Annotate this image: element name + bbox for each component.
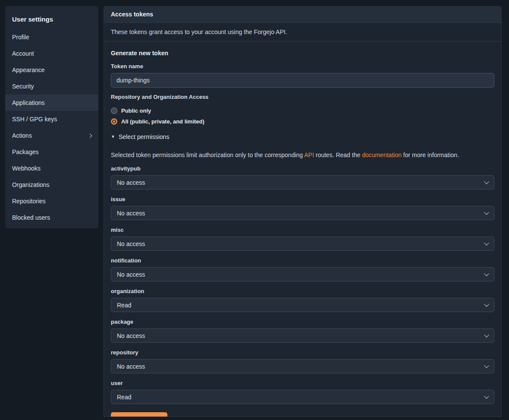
chevron-down-icon [484,394,489,398]
permission-select-repository[interactable]: No access [111,359,494,373]
user-settings-sidebar: User settings Profile Account Appearance… [5,6,98,228]
chevron-down-icon [484,179,489,184]
permission-select-misc[interactable]: No access [111,237,494,251]
sidebar-item-account[interactable]: Account [5,45,98,62]
permission-label: activitypub [111,165,494,172]
radio-all-access[interactable]: All (public, private, and limited) [111,116,494,126]
sidebar-item-actions[interactable]: Actions [5,127,98,144]
token-name-label: Token name [111,63,494,70]
select-permissions-label: Select permissions [119,133,170,140]
sidebar-item-blocked-users[interactable]: Blocked users [5,209,98,226]
sidebar-item-ssh-gpg-keys[interactable]: SSH / GPG keys [5,111,98,127]
sidebar-item-label: Profile [12,34,29,41]
access-tokens-panel: Access tokens These tokens grant access … [104,6,502,417]
selected-option: No access [117,271,145,278]
chevron-down-icon [484,210,489,215]
sidebar-item-label: Security [12,83,34,90]
permission-field-activitypub: activitypub No access [111,165,494,189]
permission-field-package: package No access [111,319,494,343]
repo-org-access-group: Repository and Organization Access Publi… [111,94,494,126]
sidebar-item-label: Repositories [12,198,46,205]
chevron-down-icon [484,271,489,276]
permission-label: user [111,380,494,387]
permission-label: organization [111,288,494,295]
sidebar-item-label: Blocked users [12,214,50,221]
panel-header-title: Access tokens [104,6,501,23]
sidebar-item-label: Webhooks [12,165,41,172]
permission-field-issue: issue No access [111,196,494,220]
sidebar-item-label: Applications [12,99,45,106]
documentation-link[interactable]: documentation [362,152,402,158]
permission-label: repository [111,349,494,356]
selected-option: Read [117,302,131,309]
sidebar-item-label: Organizations [12,181,49,188]
generate-token-button[interactable]: Generate token [111,412,167,417]
permission-select-package[interactable]: No access [111,328,494,343]
chevron-down-icon [484,363,489,368]
sidebar-item-label: Packages [12,148,38,155]
selected-option: No access [117,332,145,339]
radio-label: Public only [121,107,151,114]
permission-select-organization[interactable]: Read [111,298,494,312]
token-name-input[interactable] [111,73,494,88]
sidebar-item-applications[interactable]: Applications [5,95,98,111]
chevron-down-icon [484,240,489,245]
note-text: for more information. [402,152,459,158]
sidebar-title: User settings [5,11,98,29]
note-text: routes. Read the [314,152,362,158]
sidebar-item-label: Account [12,50,34,57]
selected-option: No access [117,179,145,186]
chevron-down-icon [484,302,489,306]
radio-unchecked-icon [111,107,117,114]
permission-label: notification [111,257,494,264]
radio-label: All (public, private, and limited) [121,118,204,125]
chevron-down-icon [484,332,489,337]
permission-label: misc [111,227,494,234]
sidebar-item-packages[interactable]: Packages [5,144,98,160]
tokens-description: These tokens grant access to your accoun… [104,23,501,41]
radio-public-only[interactable]: Public only [111,105,494,116]
sidebar-item-label: Appearance [12,66,45,73]
selected-option: No access [117,240,145,247]
generate-token-form: Generate new token Token name Repository… [104,41,501,417]
sidebar-item-security[interactable]: Security [5,78,98,95]
sidebar-item-profile[interactable]: Profile [5,29,98,45]
form-title: Generate new token [111,50,494,57]
permissions-note: Selected token permissions limit authori… [111,152,494,158]
selected-option: No access [117,210,145,217]
repo-org-access-label: Repository and Organization Access [111,94,494,101]
sidebar-item-appearance[interactable]: Appearance [5,62,98,78]
sidebar-item-webhooks[interactable]: Webhooks [5,160,98,177]
permission-label: issue [111,196,494,203]
radio-checked-icon [111,118,117,125]
api-link[interactable]: API [304,152,314,158]
permission-select-user[interactable]: Read [111,390,494,404]
sidebar-item-label: SSH / GPG keys [12,116,57,123]
selected-option: Read [117,394,131,401]
permission-select-notification[interactable]: No access [111,267,494,281]
permission-select-activitypub[interactable]: No access [111,175,494,189]
permission-selects: activitypub No access issue No access mi… [111,165,494,404]
sidebar-item-repositories[interactable]: Repositories [5,193,98,209]
note-text: Selected token permissions limit authori… [111,152,304,158]
permission-field-user: user Read [111,380,494,404]
caret-down-icon: ▼ [111,135,115,139]
permission-field-misc: misc No access [111,227,494,251]
permission-field-repository: repository No access [111,349,494,373]
permission-label: package [111,319,494,325]
sidebar-item-organizations[interactable]: Organizations [5,177,98,193]
permission-field-notification: notification No access [111,257,494,281]
permission-field-organization: organization Read [111,288,494,312]
selected-option: No access [117,363,145,370]
chevron-right-icon [88,133,92,138]
select-permissions-toggle[interactable]: ▼ Select permissions [111,133,169,140]
sidebar-item-label: Actions [12,132,32,139]
permission-select-issue[interactable]: No access [111,206,494,220]
